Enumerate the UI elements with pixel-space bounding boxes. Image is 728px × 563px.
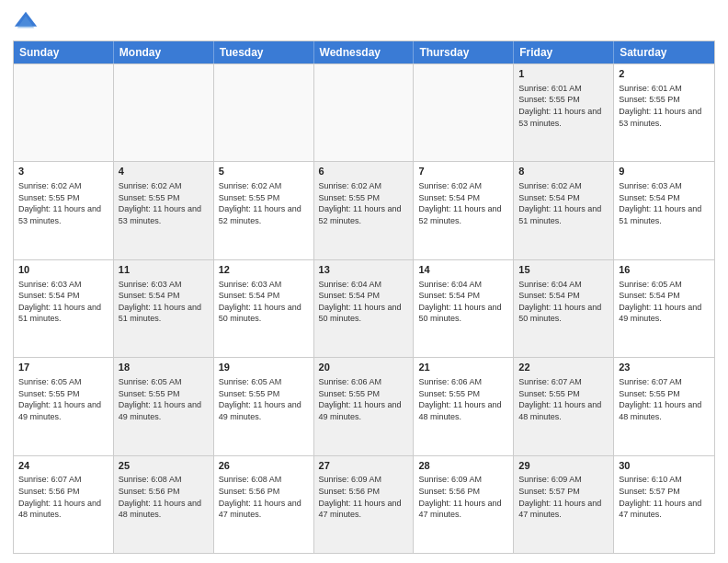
day-info: Sunrise: 6:10 AM Sunset: 5:57 PM Dayligh… [619, 474, 710, 520]
day-info: Sunrise: 6:02 AM Sunset: 5:54 PM Dayligh… [518, 180, 609, 226]
day-info: Sunrise: 6:02 AM Sunset: 5:55 PM Dayligh… [219, 180, 309, 226]
cal-cell-28: 28Sunrise: 6:09 AM Sunset: 5:56 PM Dayli… [414, 456, 514, 553]
calendar-body: 1Sunrise: 6:01 AM Sunset: 5:55 PM Daylig… [14, 63, 714, 553]
cal-cell-10: 10Sunrise: 6:03 AM Sunset: 5:54 PM Dayli… [14, 260, 114, 357]
day-info: Sunrise: 6:03 AM Sunset: 5:54 PM Dayligh… [619, 180, 710, 226]
header [13, 9, 715, 35]
day-number: 1 [518, 67, 609, 81]
day-info: Sunrise: 6:07 AM Sunset: 5:55 PM Dayligh… [619, 376, 710, 422]
day-header-saturday: Saturday [614, 41, 714, 63]
cal-cell-7: 7Sunrise: 6:02 AM Sunset: 5:54 PM Daylig… [414, 162, 514, 259]
cal-cell-9: 9Sunrise: 6:03 AM Sunset: 5:54 PM Daylig… [614, 162, 714, 259]
day-number: 11 [119, 263, 209, 277]
day-number: 25 [119, 459, 209, 473]
week-row-5: 24Sunrise: 6:07 AM Sunset: 5:56 PM Dayli… [14, 455, 714, 553]
day-info: Sunrise: 6:04 AM Sunset: 5:54 PM Dayligh… [518, 279, 609, 325]
day-number: 27 [319, 459, 409, 473]
cal-cell-13: 13Sunrise: 6:04 AM Sunset: 5:54 PM Dayli… [314, 260, 415, 357]
day-info: Sunrise: 6:08 AM Sunset: 5:56 PM Dayligh… [119, 474, 209, 520]
day-info: Sunrise: 6:09 AM Sunset: 5:56 PM Dayligh… [319, 474, 409, 520]
cal-cell-empty-0 [14, 64, 114, 161]
cal-cell-25: 25Sunrise: 6:08 AM Sunset: 5:56 PM Dayli… [114, 456, 214, 553]
week-row-4: 17Sunrise: 6:05 AM Sunset: 5:55 PM Dayli… [14, 357, 714, 454]
day-number: 18 [119, 361, 209, 374]
logo [13, 9, 42, 35]
cal-cell-3: 3Sunrise: 6:02 AM Sunset: 5:55 PM Daylig… [14, 162, 114, 259]
day-info: Sunrise: 6:06 AM Sunset: 5:55 PM Dayligh… [418, 376, 508, 422]
day-number: 13 [319, 263, 409, 277]
day-info: Sunrise: 6:09 AM Sunset: 5:57 PM Dayligh… [518, 474, 609, 520]
cal-cell-22: 22Sunrise: 6:07 AM Sunset: 5:55 PM Dayli… [514, 358, 614, 454]
day-info: Sunrise: 6:04 AM Sunset: 5:54 PM Dayligh… [319, 279, 409, 325]
week-row-1: 1Sunrise: 6:01 AM Sunset: 5:55 PM Daylig… [14, 63, 714, 161]
cal-cell-empty-2 [214, 64, 314, 161]
cal-cell-4: 4Sunrise: 6:02 AM Sunset: 5:55 PM Daylig… [114, 162, 214, 259]
cal-cell-11: 11Sunrise: 6:03 AM Sunset: 5:54 PM Dayli… [114, 260, 214, 357]
day-info: Sunrise: 6:03 AM Sunset: 5:54 PM Dayligh… [119, 279, 209, 325]
cal-cell-23: 23Sunrise: 6:07 AM Sunset: 5:55 PM Dayli… [614, 358, 714, 454]
day-number: 21 [418, 361, 508, 374]
day-info: Sunrise: 6:01 AM Sunset: 5:55 PM Dayligh… [518, 83, 609, 129]
day-number: 6 [319, 165, 409, 178]
week-row-3: 10Sunrise: 6:03 AM Sunset: 5:54 PM Dayli… [14, 259, 714, 357]
cal-cell-5: 5Sunrise: 6:02 AM Sunset: 5:55 PM Daylig… [214, 162, 314, 259]
cal-cell-2: 2Sunrise: 6:01 AM Sunset: 5:55 PM Daylig… [614, 64, 714, 161]
day-info: Sunrise: 6:09 AM Sunset: 5:56 PM Dayligh… [418, 474, 508, 520]
day-info: Sunrise: 6:05 AM Sunset: 5:55 PM Dayligh… [119, 376, 209, 422]
cal-cell-empty-1 [114, 64, 214, 161]
cal-cell-18: 18Sunrise: 6:05 AM Sunset: 5:55 PM Dayli… [114, 358, 214, 454]
day-info: Sunrise: 6:04 AM Sunset: 5:54 PM Dayligh… [418, 279, 508, 325]
day-number: 22 [518, 361, 609, 374]
cal-cell-8: 8Sunrise: 6:02 AM Sunset: 5:54 PM Daylig… [514, 162, 614, 259]
day-number: 23 [619, 361, 710, 374]
cal-cell-20: 20Sunrise: 6:06 AM Sunset: 5:55 PM Dayli… [314, 358, 415, 454]
calendar-header: SundayMondayTuesdayWednesdayThursdayFrid… [14, 41, 714, 63]
day-info: Sunrise: 6:07 AM Sunset: 5:55 PM Dayligh… [518, 376, 609, 422]
day-info: Sunrise: 6:01 AM Sunset: 5:55 PM Dayligh… [619, 83, 710, 129]
day-number: 30 [619, 459, 710, 473]
cal-cell-19: 19Sunrise: 6:05 AM Sunset: 5:55 PM Dayli… [214, 358, 314, 454]
day-number: 16 [619, 263, 710, 277]
day-number: 7 [418, 165, 508, 178]
day-info: Sunrise: 6:03 AM Sunset: 5:54 PM Dayligh… [219, 279, 309, 325]
day-header-thursday: Thursday [414, 41, 514, 63]
cal-cell-6: 6Sunrise: 6:02 AM Sunset: 5:55 PM Daylig… [314, 162, 415, 259]
cal-cell-29: 29Sunrise: 6:09 AM Sunset: 5:57 PM Dayli… [514, 456, 614, 553]
day-number: 15 [518, 263, 609, 277]
day-info: Sunrise: 6:07 AM Sunset: 5:56 PM Dayligh… [18, 474, 108, 520]
cal-cell-27: 27Sunrise: 6:09 AM Sunset: 5:56 PM Dayli… [314, 456, 415, 553]
day-info: Sunrise: 6:08 AM Sunset: 5:56 PM Dayligh… [219, 474, 309, 520]
day-info: Sunrise: 6:02 AM Sunset: 5:55 PM Dayligh… [319, 180, 409, 226]
day-number: 17 [18, 361, 108, 374]
cal-cell-empty-4 [414, 64, 514, 161]
day-number: 20 [319, 361, 409, 374]
day-info: Sunrise: 6:02 AM Sunset: 5:55 PM Dayligh… [18, 180, 108, 226]
cal-cell-empty-3 [314, 64, 415, 161]
cal-cell-17: 17Sunrise: 6:05 AM Sunset: 5:55 PM Dayli… [14, 358, 114, 454]
cal-cell-16: 16Sunrise: 6:05 AM Sunset: 5:54 PM Dayli… [614, 260, 714, 357]
day-header-friday: Friday [514, 41, 614, 63]
day-number: 12 [219, 263, 309, 277]
day-number: 5 [219, 165, 309, 178]
calendar: SundayMondayTuesdayWednesdayThursdayFrid… [13, 40, 715, 554]
day-info: Sunrise: 6:05 AM Sunset: 5:55 PM Dayligh… [219, 376, 309, 422]
week-row-2: 3Sunrise: 6:02 AM Sunset: 5:55 PM Daylig… [14, 161, 714, 259]
day-header-wednesday: Wednesday [314, 41, 415, 63]
cal-cell-14: 14Sunrise: 6:04 AM Sunset: 5:54 PM Dayli… [414, 260, 514, 357]
day-header-monday: Monday [114, 41, 214, 63]
cal-cell-15: 15Sunrise: 6:04 AM Sunset: 5:54 PM Dayli… [514, 260, 614, 357]
day-number: 28 [418, 459, 508, 473]
day-info: Sunrise: 6:05 AM Sunset: 5:55 PM Dayligh… [18, 376, 108, 422]
day-number: 3 [18, 165, 108, 178]
day-info: Sunrise: 6:05 AM Sunset: 5:54 PM Dayligh… [619, 279, 710, 325]
day-number: 24 [18, 459, 108, 473]
cal-cell-30: 30Sunrise: 6:10 AM Sunset: 5:57 PM Dayli… [614, 456, 714, 553]
day-number: 8 [518, 165, 609, 178]
day-number: 14 [418, 263, 508, 277]
day-number: 26 [219, 459, 309, 473]
day-number: 29 [518, 459, 609, 473]
day-number: 9 [619, 165, 710, 178]
day-header-tuesday: Tuesday [214, 41, 314, 63]
page: SundayMondayTuesdayWednesdayThursdayFrid… [0, 0, 728, 563]
day-number: 19 [219, 361, 309, 374]
